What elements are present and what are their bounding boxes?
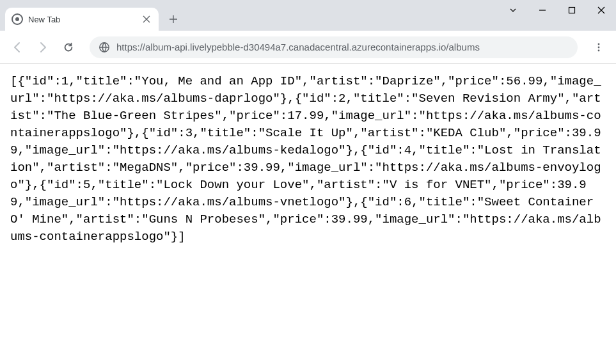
json-response-body: [{"id":1,"title":"You, Me and an App ID"…	[10, 73, 606, 246]
back-button[interactable]	[6, 36, 28, 58]
url-host: album-api.livelypebble-d30494a7.canadace…	[145, 42, 446, 52]
browser-tab[interactable]: New Tab	[5, 8, 159, 31]
chrome-icon	[12, 13, 23, 25]
chevron-down-icon[interactable]	[498, 0, 528, 20]
minimize-button[interactable]	[528, 0, 557, 20]
url-text: https://album-api.livelypebble-d30494a7.…	[116, 42, 480, 52]
svg-point-4	[598, 49, 600, 51]
forward-button[interactable]	[32, 36, 54, 58]
menu-button[interactable]	[588, 36, 610, 58]
new-tab-button[interactable]	[164, 10, 183, 29]
toolbar: https://album-api.livelypebble-d30494a7.…	[0, 31, 616, 64]
url-path: albums	[449, 42, 480, 52]
svg-rect-0	[569, 8, 575, 13]
tab-title: New Tab	[28, 15, 136, 24]
close-window-button[interactable]	[587, 0, 616, 20]
titlebar: New Tab	[0, 0, 616, 31]
reload-button[interactable]	[58, 36, 79, 58]
svg-point-3	[598, 46, 600, 48]
maximize-button[interactable]	[557, 0, 587, 20]
svg-point-2	[598, 43, 600, 45]
close-tab-button[interactable]	[141, 13, 152, 25]
globe-icon	[99, 42, 110, 53]
window-controls	[498, 0, 616, 20]
page-content[interactable]: [{"id":1,"title":"You, Me and an App ID"…	[0, 64, 616, 364]
address-bar[interactable]: https://album-api.livelypebble-d30494a7.…	[90, 36, 578, 58]
